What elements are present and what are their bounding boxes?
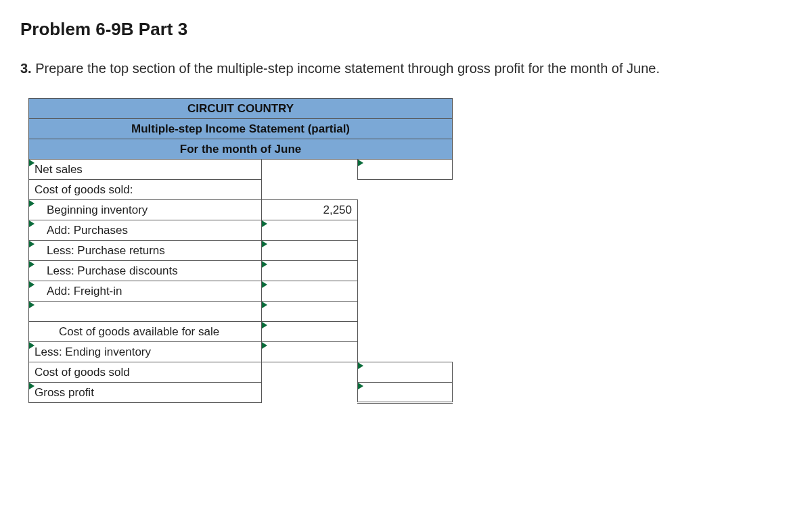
input-cogs-total[interactable] <box>358 362 453 383</box>
row-less-returns: Less: Purchase returns <box>29 241 453 261</box>
row-add-freight: Add: Freight-in <box>29 281 453 302</box>
row-gross-profit: Gross profit <box>29 383 453 403</box>
instruction: 3. Prepare the top section of the multip… <box>20 59 792 78</box>
label-beginning-inventory[interactable]: Beginning inventory <box>29 200 262 220</box>
input-less-ending[interactable] <box>262 342 358 362</box>
spacer <box>358 302 453 322</box>
input-gross-profit[interactable] <box>358 383 453 403</box>
row-cogs-header: Cost of goods sold: <box>29 180 453 200</box>
row-add-purchases: Add: Purchases <box>29 220 453 241</box>
label-cogs-header: Cost of goods sold: <box>29 180 262 200</box>
row-cogs-total: Cost of goods sold <box>29 362 453 383</box>
spacer <box>262 383 358 403</box>
label-add-freight[interactable]: Add: Freight-in <box>29 281 262 302</box>
row-net-sales: Net sales <box>29 160 453 180</box>
row-cga: Cost of goods available for sale <box>29 322 453 342</box>
spacer <box>358 241 453 261</box>
input-beginning-inventory[interactable]: 2,250 <box>262 200 358 220</box>
instruction-number: 3. <box>20 61 32 76</box>
input-add-freight[interactable] <box>262 281 358 302</box>
spacer <box>358 180 453 200</box>
spacer <box>358 342 453 362</box>
label-less-returns[interactable]: Less: Purchase returns <box>29 241 262 261</box>
label-cga: Cost of goods available for sale <box>29 322 262 342</box>
spacer <box>358 322 453 342</box>
instruction-text: Prepare the top section of the multiple-… <box>35 61 660 76</box>
row-blank <box>29 302 453 322</box>
input-net-sales[interactable] <box>358 160 453 180</box>
header-company: CIRCUIT COUNTRY <box>29 99 453 119</box>
income-statement-table: CIRCUIT COUNTRY Multiple-step Income Sta… <box>28 98 452 404</box>
row-beginning-inventory: Beginning inventory 2,250 <box>29 200 453 220</box>
spacer <box>358 281 453 302</box>
label-less-ending[interactable]: Less: Ending inventory <box>29 342 262 362</box>
spacer <box>358 220 453 241</box>
spacer <box>262 180 358 200</box>
header-statement-title: Multiple-step Income Statement (partial) <box>29 119 453 139</box>
label-add-purchases[interactable]: Add: Purchases <box>29 220 262 241</box>
row-less-ending: Less: Ending inventory <box>29 342 453 362</box>
spacer <box>358 261 453 281</box>
spacer <box>358 200 453 220</box>
input-less-discounts[interactable] <box>262 261 358 281</box>
spacer <box>262 362 358 383</box>
label-cogs-total: Cost of goods sold <box>29 362 262 383</box>
label-blank[interactable] <box>29 302 262 322</box>
spacer <box>262 160 358 180</box>
input-less-returns[interactable] <box>262 241 358 261</box>
input-cga[interactable] <box>262 322 358 342</box>
input-blank[interactable] <box>262 302 358 322</box>
row-less-discounts: Less: Purchase discounts <box>29 261 453 281</box>
label-less-discounts[interactable]: Less: Purchase discounts <box>29 261 262 281</box>
label-net-sales[interactable]: Net sales <box>29 160 262 180</box>
label-gross-profit[interactable]: Gross profit <box>29 383 262 403</box>
input-add-purchases[interactable] <box>262 220 358 241</box>
header-period: For the month of June <box>29 139 453 160</box>
problem-title: Problem 6-9B Part 3 <box>20 19 792 40</box>
